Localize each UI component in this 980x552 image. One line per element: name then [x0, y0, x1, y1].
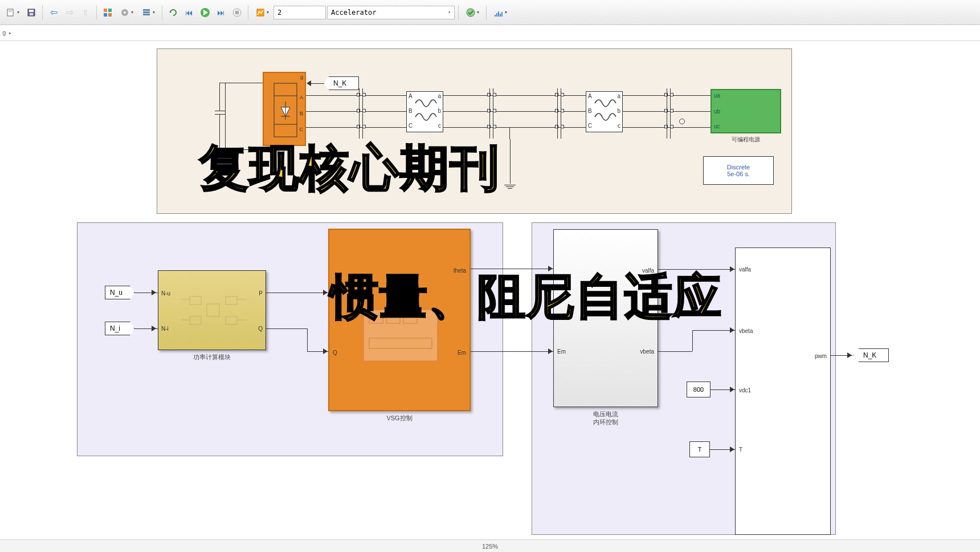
- nav-up-button[interactable]: ⇧: [78, 5, 93, 20]
- run-button[interactable]: [198, 5, 213, 20]
- programmable-source-label: 可编程电源: [710, 136, 781, 144]
- svg-point-11: [124, 11, 126, 14]
- vsg-control-block[interactable]: P Q theta Em: [328, 229, 471, 411]
- inverter-block[interactable]: g A B C: [263, 72, 306, 146]
- stop-time-input[interactable]: [273, 6, 326, 19]
- svg-rect-8: [104, 13, 107, 17]
- update-diagram-button[interactable]: [166, 5, 181, 20]
- programmable-source-block[interactable]: ua ub uc: [710, 89, 781, 133]
- svg-rect-36: [190, 316, 201, 324]
- model-explorer-dropdown[interactable]: [138, 5, 158, 20]
- svg-rect-22: [495, 15, 496, 17]
- goto-tag-nk[interactable]: N_K: [854, 348, 889, 362]
- from-tag-nu[interactable]: N_u: [105, 286, 134, 299]
- svg-rect-25: [500, 14, 501, 17]
- voltage-current-loop-block[interactable]: Em valfa vbeta: [553, 229, 658, 407]
- power-calc-label: 功率计算模块: [158, 353, 266, 362]
- stop-button[interactable]: [230, 5, 244, 20]
- logic-analyzer-dropdown[interactable]: [490, 5, 511, 20]
- from-tag-ni[interactable]: N_i: [105, 322, 134, 335]
- model-config-dropdown[interactable]: [116, 5, 137, 20]
- svg-rect-19: [235, 11, 239, 14]
- status-bar: 125%: [0, 539, 980, 552]
- svg-rect-9: [108, 13, 112, 17]
- breadcrumb-item[interactable]: g: [2, 29, 6, 36]
- data-inspector-dropdown[interactable]: [252, 5, 272, 20]
- nav-back-button[interactable]: ⇦: [46, 5, 61, 20]
- chevron-right-icon: ▸: [9, 30, 12, 36]
- library-browser-button[interactable]: [100, 5, 115, 20]
- vsg-control-label: VSG控制: [328, 414, 471, 423]
- power-calc-block[interactable]: N-u N-i P Q: [158, 270, 266, 350]
- voltage-current-loop-label: 电压电流 内环控制: [553, 410, 658, 427]
- nav-forward-button[interactable]: ⇨: [62, 5, 77, 20]
- constant-t-block[interactable]: T: [689, 441, 710, 457]
- new-file-dropdown[interactable]: [2, 5, 23, 20]
- measurement-port-icon[interactable]: [679, 119, 685, 124]
- step-forward-button[interactable]: ⏭: [214, 5, 228, 20]
- svg-rect-35: [226, 297, 237, 305]
- save-button[interactable]: [24, 5, 39, 20]
- svg-rect-4: [29, 10, 34, 12]
- svg-rect-13: [143, 11, 150, 13]
- step-back-button[interactable]: ⏮: [182, 5, 197, 20]
- diagnostics-dropdown[interactable]: [462, 5, 483, 20]
- svg-rect-14: [143, 14, 150, 15]
- filter-block-2[interactable]: A a B b C c: [586, 91, 623, 132]
- filter-block-1[interactable]: A a B b C c: [406, 91, 443, 132]
- svg-rect-0: [7, 9, 13, 16]
- from-tag-nk[interactable]: N_K: [324, 76, 359, 90]
- svg-rect-5: [30, 13, 33, 15]
- model-canvas[interactable]: g A B C N_K: [0, 41, 980, 535]
- main-toolbar: ⇦ ⇨ ⇧ ⏮ ⏭ Accelerator: [0, 0, 980, 25]
- ground-icon: [504, 139, 516, 189]
- svg-rect-23: [496, 13, 497, 17]
- svg-rect-34: [207, 304, 219, 316]
- svg-rect-26: [501, 12, 503, 17]
- svg-rect-12: [143, 9, 150, 11]
- svg-rect-7: [108, 9, 112, 12]
- powergui-block[interactable]: Discrete 5e-06 s.: [703, 156, 774, 185]
- svg-point-21: [467, 9, 475, 17]
- breadcrumb-bar: g ▸: [0, 25, 980, 41]
- svg-rect-24: [498, 11, 499, 17]
- svg-rect-37: [226, 316, 237, 324]
- svg-rect-33: [190, 297, 201, 305]
- svg-rect-6: [104, 9, 107, 12]
- svg-rect-42: [364, 310, 438, 361]
- subsystem-area-power-circuit: [157, 48, 792, 214]
- svg-rect-1: [9, 10, 12, 11]
- constant-800-block[interactable]: 800: [687, 381, 710, 397]
- svg-rect-2: [9, 11, 12, 12]
- simulation-mode-value: Accelerator: [331, 9, 376, 17]
- zoom-level[interactable]: 125%: [482, 543, 498, 550]
- pwm-block[interactable]: valfa vbeta vdc1 T pwm: [735, 247, 831, 535]
- simulation-mode-select[interactable]: Accelerator: [327, 6, 455, 19]
